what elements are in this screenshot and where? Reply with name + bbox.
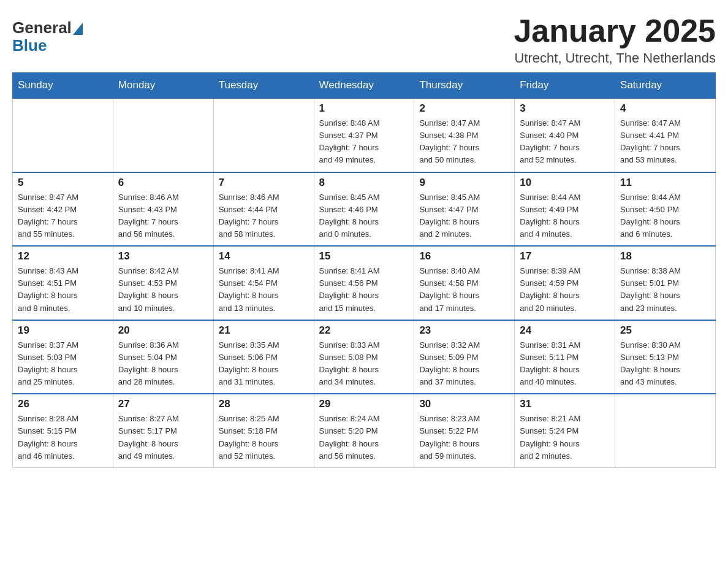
day-number: 26 — [18, 398, 108, 410]
calendar-cell: 4Sunrise: 8:47 AM Sunset: 4:41 PM Daylig… — [615, 98, 716, 172]
day-number: 17 — [520, 250, 610, 262]
day-number: 10 — [520, 177, 610, 189]
calendar-cell: 1Sunrise: 8:48 AM Sunset: 4:37 PM Daylig… — [314, 98, 414, 172]
day-number: 25 — [620, 324, 710, 337]
calendar-cell: 18Sunrise: 8:38 AM Sunset: 5:01 PM Dayli… — [615, 246, 716, 320]
calendar-cell: 19Sunrise: 8:37 AM Sunset: 5:03 PM Dayli… — [13, 320, 113, 394]
day-info: Sunrise: 8:46 AM Sunset: 4:43 PM Dayligh… — [118, 191, 208, 241]
day-info: Sunrise: 8:48 AM Sunset: 4:37 PM Dayligh… — [319, 117, 409, 167]
week-row-1: 1Sunrise: 8:48 AM Sunset: 4:37 PM Daylig… — [13, 98, 716, 172]
day-number: 13 — [118, 250, 208, 262]
calendar-cell: 9Sunrise: 8:45 AM Sunset: 4:47 PM Daylig… — [414, 172, 515, 247]
day-info: Sunrise: 8:44 AM Sunset: 4:50 PM Dayligh… — [620, 191, 710, 241]
day-info: Sunrise: 8:37 AM Sunset: 5:03 PM Dayligh… — [18, 339, 108, 389]
calendar-cell: 26Sunrise: 8:28 AM Sunset: 5:15 PM Dayli… — [13, 394, 113, 467]
day-number: 5 — [18, 177, 108, 189]
day-info: Sunrise: 8:43 AM Sunset: 4:51 PM Dayligh… — [18, 265, 108, 315]
calendar-cell: 2Sunrise: 8:47 AM Sunset: 4:38 PM Daylig… — [414, 98, 515, 172]
column-header-sunday: Sunday — [13, 73, 113, 99]
day-info: Sunrise: 8:24 AM Sunset: 5:20 PM Dayligh… — [319, 413, 409, 462]
calendar-cell — [615, 394, 716, 467]
column-header-monday: Monday — [113, 73, 213, 99]
day-info: Sunrise: 8:42 AM Sunset: 4:53 PM Dayligh… — [118, 265, 208, 315]
day-info: Sunrise: 8:46 AM Sunset: 4:44 PM Dayligh… — [219, 191, 309, 241]
day-number: 23 — [419, 324, 509, 337]
calendar-cell: 21Sunrise: 8:35 AM Sunset: 5:06 PM Dayli… — [213, 320, 314, 394]
day-number: 28 — [219, 398, 309, 410]
day-info: Sunrise: 8:39 AM Sunset: 4:59 PM Dayligh… — [520, 265, 610, 315]
day-number: 14 — [219, 250, 309, 262]
day-number: 4 — [620, 102, 710, 115]
day-info: Sunrise: 8:28 AM Sunset: 5:15 PM Dayligh… — [18, 413, 108, 462]
day-number: 24 — [520, 324, 610, 337]
week-row-4: 19Sunrise: 8:37 AM Sunset: 5:03 PM Dayli… — [13, 320, 716, 394]
calendar-cell: 16Sunrise: 8:40 AM Sunset: 4:58 PM Dayli… — [414, 246, 515, 320]
calendar-cell: 24Sunrise: 8:31 AM Sunset: 5:11 PM Dayli… — [515, 320, 615, 394]
day-number: 27 — [118, 398, 208, 410]
calendar-table: SundayMondayTuesdayWednesdayThursdayFrid… — [12, 72, 716, 468]
day-info: Sunrise: 8:33 AM Sunset: 5:08 PM Dayligh… — [319, 339, 409, 389]
day-number: 8 — [319, 177, 409, 189]
calendar-cell — [113, 98, 213, 172]
day-info: Sunrise: 8:41 AM Sunset: 4:54 PM Dayligh… — [219, 265, 309, 315]
calendar-cell: 20Sunrise: 8:36 AM Sunset: 5:04 PM Dayli… — [113, 320, 213, 394]
day-number: 21 — [219, 324, 309, 337]
day-info: Sunrise: 8:31 AM Sunset: 5:11 PM Dayligh… — [520, 339, 610, 389]
title-section: January 2025 Utrecht, Utrecht, The Nethe… — [514, 12, 716, 66]
day-number: 19 — [18, 324, 108, 337]
day-number: 1 — [319, 102, 409, 115]
calendar-cell: 15Sunrise: 8:41 AM Sunset: 4:56 PM Dayli… — [314, 246, 414, 320]
day-number: 7 — [219, 177, 309, 189]
day-number: 22 — [319, 324, 409, 337]
day-info: Sunrise: 8:41 AM Sunset: 4:56 PM Dayligh… — [319, 265, 409, 315]
day-info: Sunrise: 8:23 AM Sunset: 5:22 PM Dayligh… — [419, 413, 509, 462]
day-number: 30 — [419, 398, 509, 410]
calendar-cell: 28Sunrise: 8:25 AM Sunset: 5:18 PM Dayli… — [213, 394, 314, 467]
calendar-cell: 17Sunrise: 8:39 AM Sunset: 4:59 PM Dayli… — [515, 246, 615, 320]
calendar-cell: 31Sunrise: 8:21 AM Sunset: 5:24 PM Dayli… — [515, 394, 615, 467]
calendar-cell: 12Sunrise: 8:43 AM Sunset: 4:51 PM Dayli… — [13, 246, 113, 320]
calendar-cell: 6Sunrise: 8:46 AM Sunset: 4:43 PM Daylig… — [113, 172, 213, 247]
day-info: Sunrise: 8:47 AM Sunset: 4:42 PM Dayligh… — [18, 191, 108, 241]
week-row-3: 12Sunrise: 8:43 AM Sunset: 4:51 PM Dayli… — [13, 246, 716, 320]
logo: General Blue — [12, 18, 83, 55]
calendar-cell: 8Sunrise: 8:45 AM Sunset: 4:46 PM Daylig… — [314, 172, 414, 247]
calendar-cell: 23Sunrise: 8:32 AM Sunset: 5:09 PM Dayli… — [414, 320, 515, 394]
logo-triangle-icon — [73, 23, 83, 35]
location-text: Utrecht, Utrecht, The Netherlands — [514, 50, 716, 66]
day-info: Sunrise: 8:47 AM Sunset: 4:40 PM Dayligh… — [520, 117, 610, 167]
day-info: Sunrise: 8:45 AM Sunset: 4:47 PM Dayligh… — [419, 191, 509, 241]
calendar-cell: 22Sunrise: 8:33 AM Sunset: 5:08 PM Dayli… — [314, 320, 414, 394]
day-number: 29 — [319, 398, 409, 410]
calendar-cell — [213, 98, 314, 172]
calendar-cell: 25Sunrise: 8:30 AM Sunset: 5:13 PM Dayli… — [615, 320, 716, 394]
day-number: 20 — [118, 324, 208, 337]
calendar-cell: 14Sunrise: 8:41 AM Sunset: 4:54 PM Dayli… — [213, 246, 314, 320]
column-header-wednesday: Wednesday — [314, 73, 414, 99]
day-info: Sunrise: 8:38 AM Sunset: 5:01 PM Dayligh… — [620, 265, 710, 315]
day-info: Sunrise: 8:21 AM Sunset: 5:24 PM Dayligh… — [520, 413, 610, 462]
day-info: Sunrise: 8:32 AM Sunset: 5:09 PM Dayligh… — [419, 339, 509, 389]
column-header-tuesday: Tuesday — [213, 73, 314, 99]
week-row-2: 5Sunrise: 8:47 AM Sunset: 4:42 PM Daylig… — [13, 172, 716, 247]
calendar-cell: 13Sunrise: 8:42 AM Sunset: 4:53 PM Dayli… — [113, 246, 213, 320]
day-info: Sunrise: 8:40 AM Sunset: 4:58 PM Dayligh… — [419, 265, 509, 315]
day-number: 2 — [419, 102, 509, 115]
calendar-cell: 27Sunrise: 8:27 AM Sunset: 5:17 PM Dayli… — [113, 394, 213, 467]
day-info: Sunrise: 8:45 AM Sunset: 4:46 PM Dayligh… — [319, 191, 409, 241]
column-header-friday: Friday — [515, 73, 615, 99]
day-number: 15 — [319, 250, 409, 262]
column-header-thursday: Thursday — [414, 73, 515, 99]
calendar-cell — [13, 98, 113, 172]
day-info: Sunrise: 8:47 AM Sunset: 4:41 PM Dayligh… — [620, 117, 710, 167]
day-number: 6 — [118, 177, 208, 189]
day-number: 31 — [520, 398, 610, 410]
day-number: 3 — [520, 102, 610, 115]
day-number: 9 — [419, 177, 509, 189]
calendar-cell: 3Sunrise: 8:47 AM Sunset: 4:40 PM Daylig… — [515, 98, 615, 172]
calendar-cell: 29Sunrise: 8:24 AM Sunset: 5:20 PM Dayli… — [314, 394, 414, 467]
logo-blue-text: Blue — [12, 36, 47, 55]
day-number: 12 — [18, 250, 108, 262]
day-info: Sunrise: 8:44 AM Sunset: 4:49 PM Dayligh… — [520, 191, 610, 241]
day-info: Sunrise: 8:30 AM Sunset: 5:13 PM Dayligh… — [620, 339, 710, 389]
